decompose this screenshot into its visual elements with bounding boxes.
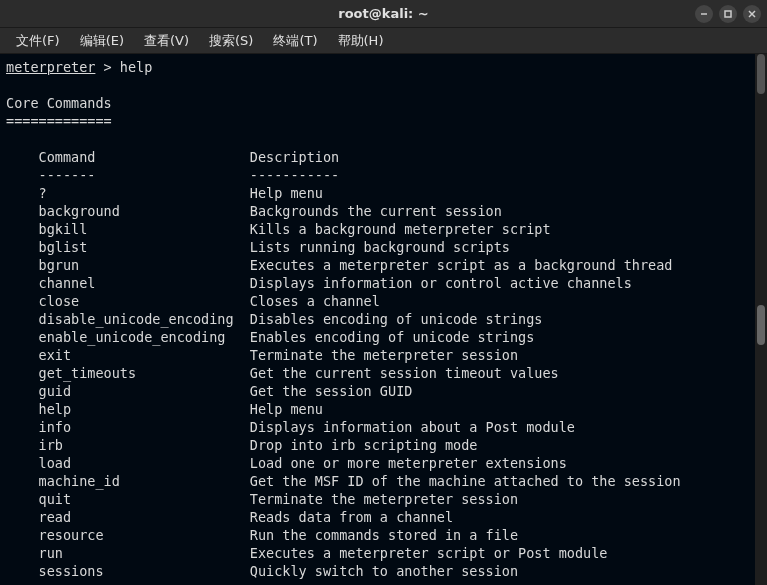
titlebar: root@kali: ~ xyxy=(0,0,767,28)
menubar: 文件(F) 编辑(E) 查看(V) 搜索(S) 终端(T) 帮助(H) xyxy=(0,28,767,54)
maximize-icon xyxy=(723,9,733,19)
menu-file[interactable]: 文件(F) xyxy=(6,30,70,52)
svg-rect-1 xyxy=(725,11,731,17)
command-typed: help xyxy=(120,59,153,75)
menu-terminal[interactable]: 终端(T) xyxy=(263,30,327,52)
prompt-host: meterpreter xyxy=(6,59,95,75)
prompt-arrow: > xyxy=(95,59,119,75)
window-controls xyxy=(695,5,761,23)
minimize-icon xyxy=(699,9,709,19)
scrollbar-hint xyxy=(757,305,765,345)
terminal-output[interactable]: meterpreter > help Core Commands =======… xyxy=(0,54,755,585)
menu-search[interactable]: 搜索(S) xyxy=(199,30,263,52)
close-icon xyxy=(747,9,757,19)
help-output: Core Commands ============= Command Desc… xyxy=(6,95,681,579)
terminal-wrapper: meterpreter > help Core Commands =======… xyxy=(0,54,767,585)
minimize-button[interactable] xyxy=(695,5,713,23)
terminal-window: root@kali: ~ 文件(F) 编辑(E) 查看(V) 搜索(S) 终端(… xyxy=(0,0,767,585)
scrollbar-thumb[interactable] xyxy=(757,54,765,94)
maximize-button[interactable] xyxy=(719,5,737,23)
menu-help[interactable]: 帮助(H) xyxy=(328,30,394,52)
menu-edit[interactable]: 编辑(E) xyxy=(70,30,134,52)
scrollbar[interactable] xyxy=(755,54,767,585)
menu-view[interactable]: 查看(V) xyxy=(134,30,199,52)
window-title: root@kali: ~ xyxy=(338,6,428,21)
close-button[interactable] xyxy=(743,5,761,23)
